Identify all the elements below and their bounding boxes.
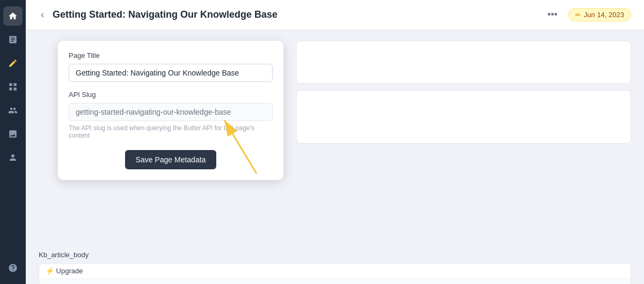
kb-article-label: Kb_article_body — [39, 251, 631, 259]
code-button[interactable]: {} — [186, 282, 201, 284]
editor-toolbar: ↺ Paragraph B I U ❝ {} 🔗 ▶ 🖼 — [39, 279, 631, 284]
title-field-bg — [296, 41, 631, 84]
kb-editor: ⚡ Upgrade ↺ Paragraph B I U ❝ {} — [39, 263, 631, 284]
page-title-input[interactable] — [69, 64, 273, 82]
sidebar-item-blog[interactable] — [3, 30, 23, 49]
page-title: Getting Started: Navigating Our Knowledg… — [53, 9, 537, 20]
italic-button[interactable]: I — [137, 282, 152, 284]
sidebar-item-people[interactable] — [3, 101, 23, 120]
upgrade-label: ⚡ Upgrade — [46, 267, 83, 275]
bold-button[interactable]: B — [121, 282, 136, 284]
sidebar-item-team[interactable] — [3, 148, 23, 167]
pencil-icon: ✏ — [575, 11, 581, 19]
popup-card: Page Title API Slug The API slug is used… — [58, 41, 283, 180]
underline-button[interactable]: U — [153, 282, 169, 284]
align-right-button[interactable]: ≡ — [294, 282, 309, 284]
main-content: ‹ Getting Started: Navigating Our Knowle… — [26, 0, 644, 284]
sidebar-item-grid[interactable] — [3, 77, 23, 96]
highlight-button[interactable]: 🖊 — [374, 282, 389, 284]
align-center-button[interactable]: ≡ — [278, 282, 293, 284]
back-button[interactable]: ‹ — [39, 7, 46, 23]
clear-format-button[interactable]: T̶ — [400, 282, 415, 284]
blockquote-button[interactable]: ❝ — [170, 282, 185, 284]
ordered-list-button[interactable] — [332, 282, 347, 284]
api-slug-label: API Slug — [69, 91, 273, 99]
bullet-list-button[interactable] — [316, 282, 331, 284]
kb-article-section: Kb_article_body ⚡ Upgrade ↺ Paragraph B … — [39, 251, 631, 284]
api-slug-hint: The API slug is used when querying the B… — [69, 124, 273, 139]
sidebar-item-home[interactable] — [3, 6, 23, 26]
api-slug-input[interactable] — [69, 103, 273, 121]
sidebar-item-note[interactable] — [3, 54, 23, 73]
font-color-button[interactable]: A — [354, 282, 369, 284]
date-badge-text: Jun 14, 2023 — [584, 11, 624, 19]
save-page-metadata-button[interactable]: Save Page Metadata — [125, 150, 217, 169]
align-left-button[interactable]: ≡ — [262, 282, 277, 284]
video-button[interactable]: ▶ — [224, 282, 239, 284]
page-title-label: Page Title — [69, 51, 273, 59]
image-button[interactable]: 🖼 — [240, 282, 255, 284]
header: ‹ Getting Started: Navigating Our Knowle… — [26, 0, 644, 30]
undo-button[interactable]: ↺ — [45, 282, 60, 284]
sidebar-item-image[interactable] — [3, 124, 23, 144]
more-options-button[interactable]: ••• — [543, 7, 562, 23]
content-area: Page Title API Slug The API slug is used… — [26, 30, 644, 284]
sidebar — [0, 0, 26, 284]
table-button[interactable]: ⊞ — [416, 282, 431, 284]
link-button[interactable]: 🔗 — [208, 282, 223, 284]
upgrade-bar[interactable]: ⚡ Upgrade — [39, 264, 631, 279]
sidebar-item-help[interactable] — [3, 258, 23, 278]
background-fields — [296, 41, 631, 144]
body-field-bg — [296, 90, 631, 144]
date-badge: ✏ Jun 14, 2023 — [568, 8, 631, 21]
